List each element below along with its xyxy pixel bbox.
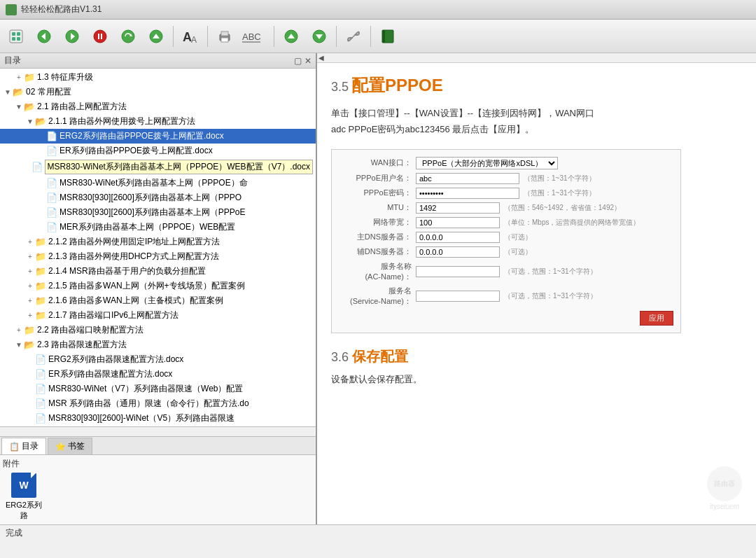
attachment-item[interactable]: W ERG2系列路 bbox=[3, 473, 45, 521]
book-button[interactable] bbox=[374, 23, 401, 50]
form-value-username: （范围：1~31个字符） bbox=[416, 173, 673, 184]
tree-item-2-1[interactable]: ▼ 📂 2.1 路由器上网配置方法 bbox=[0, 99, 316, 114]
dns-secondary-input[interactable] bbox=[416, 246, 500, 258]
svg-text:ABC: ABC bbox=[242, 32, 261, 42]
acname-input[interactable] bbox=[416, 266, 500, 277]
tree-label: 2.1.2 路由器外网使用固定IP地址上网配置方法 bbox=[48, 236, 220, 248]
svg-rect-1 bbox=[12, 32, 15, 36]
tree-item-file-msr3[interactable]: 📄 MSR830[930][2600]系列路由器基本上网（PPPoE bbox=[0, 205, 316, 220]
expand-icon[interactable]: ▼ bbox=[14, 341, 24, 349]
form-row-bandwidth: 网络带宽： （单位：Mbps，运营商提供的网络带宽值） bbox=[339, 217, 673, 228]
next-page-button[interactable] bbox=[306, 23, 332, 50]
svg-rect-3 bbox=[12, 37, 15, 41]
form-value-mtu: （范围：546~1492，省省值：1492） bbox=[416, 202, 673, 214]
expand-icon[interactable]: + bbox=[25, 297, 35, 305]
form-label-password: PPPoE密码： bbox=[339, 188, 416, 198]
scroll-left-arrow[interactable]: ◀ bbox=[318, 54, 324, 62]
forward-button[interactable] bbox=[59, 23, 85, 50]
expand-icon[interactable]: + bbox=[25, 282, 35, 290]
print-button[interactable] bbox=[211, 23, 238, 50]
tree-area[interactable]: + 📁 1.3 特征库升级 ▼ 📂 02 常用配置 ▼ 📂 2.1 路由器上网 bbox=[0, 69, 316, 426]
expand-icon[interactable]: ▼ bbox=[25, 118, 35, 125]
wan-select[interactable]: PPPoE（大部分的宽带网络xDSL） bbox=[416, 157, 558, 169]
up-button[interactable] bbox=[143, 23, 169, 50]
link-button[interactable] bbox=[340, 23, 367, 50]
file-icon: 📄 bbox=[46, 222, 57, 232]
find-button[interactable]: ABC bbox=[239, 23, 270, 50]
password-input[interactable] bbox=[416, 188, 519, 199]
font-button[interactable]: AA bbox=[177, 23, 204, 50]
mtu-input[interactable] bbox=[416, 202, 500, 214]
tree-label: MSR830-WiNet系列路由器基本上网（PPPOE）命 bbox=[59, 177, 248, 189]
tree-item-file-msr830-speed-web[interactable]: 📄 MSR830-WiNet（V7）系列路由器限速（Web）配置 bbox=[0, 382, 316, 396]
attachments-label: 附件 bbox=[3, 458, 313, 470]
tree-label: ER系列路由器PPPOE拨号上网配置.docx bbox=[59, 145, 213, 157]
folder-icon: 📁 bbox=[35, 266, 46, 277]
expand-icon[interactable]: ▼ bbox=[3, 88, 13, 96]
expand-icon[interactable]: + bbox=[14, 326, 24, 334]
apply-button[interactable]: 应用 bbox=[640, 311, 673, 326]
folder-icon: 📂 bbox=[13, 87, 24, 97]
folder-icon: 📁 bbox=[35, 310, 46, 321]
expand-icon[interactable]: + bbox=[25, 238, 35, 246]
expand-icon[interactable]: ▼ bbox=[14, 103, 24, 111]
toolbar-sep-4 bbox=[336, 26, 337, 47]
tree-item-file-msr-speed-cmd[interactable]: 📄 MSR 系列路由器（通用）限速（命令行）配置方法.do bbox=[0, 396, 316, 411]
form-label-mtu: MTU： bbox=[339, 202, 416, 213]
tree-item-2-1-2[interactable]: + 📁 2.1.2 路由器外网使用固定IP地址上网配置方法 bbox=[0, 235, 316, 249]
tab-label: 目录 bbox=[22, 440, 38, 452]
tree-item-2-2[interactable]: + 📁 2.2 路由器端口映射配置方法 bbox=[0, 323, 316, 337]
tree-label: MSR 系列路由器（通用）限速（命令行）配置方法.do bbox=[48, 398, 249, 410]
tree-item-file-er-speed[interactable]: 📄 ER系列路由器限速配置方法.docx bbox=[0, 367, 316, 382]
file-icon: 📄 bbox=[35, 398, 46, 409]
svg-text:A: A bbox=[191, 35, 197, 45]
tree-item-1-3[interactable]: + 📁 1.3 特征库升级 bbox=[0, 70, 316, 85]
servicename-input[interactable] bbox=[416, 291, 500, 302]
home-button[interactable] bbox=[3, 23, 29, 50]
prev-page-button[interactable] bbox=[278, 23, 304, 50]
folder-icon: 📁 bbox=[24, 72, 35, 83]
restore-btn[interactable]: ▢ bbox=[294, 56, 302, 66]
tab-contents[interactable]: 📋 目录 bbox=[1, 438, 46, 454]
close-btn[interactable]: ✕ bbox=[304, 56, 312, 66]
username-input[interactable] bbox=[416, 173, 519, 184]
tab-bookmarks[interactable]: ⭐ 书签 bbox=[48, 438, 92, 454]
tree-item-2-1-1[interactable]: ▼ 📂 2.1.1 路由器外网使用拨号上网配置方法 bbox=[0, 114, 316, 129]
tree-item-2-1-5[interactable]: + 📁 2.1.5 路由器多WAN上网（外网+专线场景）配置案例 bbox=[0, 279, 316, 293]
form-label-wan: WAN接口： bbox=[339, 158, 416, 168]
tree-item-file-msr830-speed-v5[interactable]: 📄 MSR830[930][2600]-WiNet（V5）系列路由器限速 bbox=[0, 411, 316, 426]
dns-secondary-hint: （可选） bbox=[504, 247, 532, 257]
tree-label: 2.1.6 路由器多WAN上网（主备模式）配置案例 bbox=[48, 295, 223, 307]
tree-item-file-er[interactable]: 📄 ER系列路由器PPPOE拨号上网配置.docx bbox=[0, 144, 316, 158]
tree-item-file-erg2[interactable]: 📄 ERG2系列路由器PPPOE拨号上网配置.docx bbox=[0, 129, 316, 144]
tree-item-file-msr2[interactable]: 📄 MSR830[930][2600]系列路由器基本上网（PPPO bbox=[0, 190, 316, 205]
tree-item-file-mer[interactable]: 📄 MER系列路由器基本上网（PPPOE）WEB配置 bbox=[0, 220, 316, 235]
tree-label: 2.1.1 路由器外网使用拨号上网配置方法 bbox=[48, 116, 195, 127]
expand-icon[interactable]: + bbox=[25, 267, 35, 275]
acname-hint: （可选，范围：1~31个字符） bbox=[504, 267, 597, 277]
expand-icon[interactable]: + bbox=[14, 74, 24, 81]
username-hint: （范围：1~31个字符） bbox=[524, 174, 596, 183]
dns-primary-input[interactable] bbox=[416, 232, 500, 243]
back-button[interactable] bbox=[31, 23, 57, 50]
horizontal-scrollbar[interactable] bbox=[0, 426, 316, 436]
tree-item-file-msr830-web[interactable]: 📄 MSR830-WiNet系列路由器基本上网（PPPOE）WEB配置（V7）.… bbox=[0, 158, 316, 176]
tree-item-2-1-3[interactable]: + 📁 2.1.3 路由器外网使用DHCP方式上网配置方法 bbox=[0, 249, 316, 264]
bandwidth-input[interactable] bbox=[416, 217, 500, 228]
desc-line1: 单击【接口管理】--【WAN设置】--【连接到因特网】，WAN网口 bbox=[331, 108, 594, 118]
h-scroll-inner[interactable] bbox=[0, 427, 316, 436]
tree-item-2-1-6[interactable]: + 📁 2.1.6 路由器多WAN上网（主备模式）配置案例 bbox=[0, 293, 316, 308]
form-label-dns-secondary: 辅DNS服务器： bbox=[339, 246, 416, 257]
tree-item-2-1-4[interactable]: + 📁 2.1.4 MSR路由器基于用户的负载分担配置 bbox=[0, 264, 316, 279]
tree-item-file-msr830-cmd[interactable]: 📄 MSR830-WiNet系列路由器基本上网（PPPOE）命 bbox=[0, 176, 316, 190]
title-bar: 轻轻松松配路由V1.31 bbox=[0, 0, 756, 20]
tree-item-02[interactable]: ▼ 📂 02 常用配置 bbox=[0, 85, 316, 99]
tree-item-2-3[interactable]: ▼ 📂 2.3 路由器限速配置方法 bbox=[0, 337, 316, 352]
expand-icon[interactable]: + bbox=[25, 312, 35, 319]
tree-item-2-1-7[interactable]: + 📁 2.1.7 路由器端口IPv6上网配置方法 bbox=[0, 308, 316, 323]
stop-button[interactable] bbox=[87, 23, 113, 50]
refresh-button[interactable] bbox=[115, 23, 141, 50]
expand-icon[interactable]: + bbox=[25, 253, 35, 260]
tree-item-file-erg2-speed[interactable]: 📄 ERG2系列路由器限速配置方法.docx bbox=[0, 352, 316, 367]
tree-label: 02 常用配置 bbox=[26, 86, 71, 98]
